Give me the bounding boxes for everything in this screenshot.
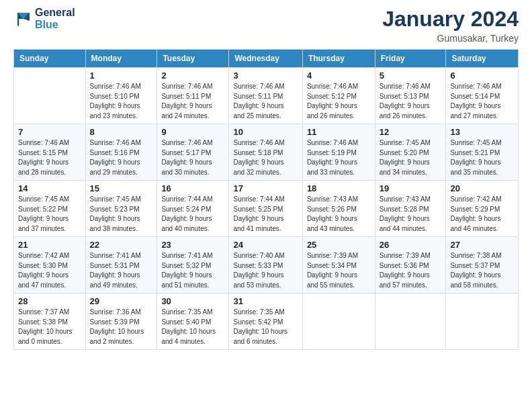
day-number: 19 <box>380 183 442 193</box>
calendar-cell: 19Sunrise: 7:43 AMSunset: 5:28 PMDayligh… <box>375 181 446 237</box>
day-info-line: Daylight: 9 hours <box>161 102 212 109</box>
day-info-line: and 23 minutes. <box>90 112 138 120</box>
svg-rect-3 <box>17 13 19 26</box>
calendar-cell: 17Sunrise: 7:44 AMSunset: 5:25 PMDayligh… <box>229 181 302 237</box>
day-info-line: Sunset: 5:37 PM <box>450 262 500 269</box>
day-info: Sunrise: 7:39 AMSunset: 5:36 PMDaylight:… <box>380 251 442 290</box>
location-subtitle: Gumusakar, Turkey <box>382 33 519 44</box>
day-info-line: Sunset: 5:29 PM <box>450 205 500 213</box>
day-info: Sunrise: 7:46 AMSunset: 5:17 PMDaylight:… <box>161 138 224 177</box>
day-info-line: Sunset: 5:22 PM <box>18 205 68 213</box>
calendar-cell: 7Sunrise: 7:46 AMSunset: 5:15 PMDaylight… <box>14 124 86 181</box>
calendar-cell: 13Sunrise: 7:45 AMSunset: 5:21 PMDayligh… <box>446 124 519 181</box>
day-info-line: Daylight: 9 hours <box>307 215 357 222</box>
day-info-line: and 25 minutes. <box>233 112 281 120</box>
day-info-line: Sunset: 5:32 PM <box>161 262 211 269</box>
day-info-line: Sunrise: 7:46 AM <box>90 83 141 90</box>
calendar-cell: 26Sunrise: 7:39 AMSunset: 5:36 PMDayligh… <box>375 237 446 293</box>
calendar-cell: 6Sunrise: 7:46 AMSunset: 5:14 PMDaylight… <box>446 68 519 124</box>
logo-text: General Blue <box>35 7 75 30</box>
day-info-line: and 26 minutes. <box>307 112 355 120</box>
day-info-line: and 6 minutes. <box>233 338 277 345</box>
day-number: 12 <box>380 127 442 137</box>
day-number: 6 <box>450 71 514 81</box>
day-info-line: and 55 minutes. <box>307 281 355 289</box>
calendar-cell: 10Sunrise: 7:46 AMSunset: 5:18 PMDayligh… <box>229 124 302 181</box>
day-info: Sunrise: 7:45 AMSunset: 5:23 PMDaylight:… <box>90 195 153 234</box>
day-number: 3 <box>233 71 298 81</box>
day-number: 4 <box>307 71 371 81</box>
day-info-line: Sunrise: 7:39 AM <box>380 252 431 259</box>
day-info-line: Daylight: 10 hours <box>161 328 216 335</box>
day-info-line: Sunset: 5:40 PM <box>161 318 211 326</box>
day-info-line: Sunset: 5:31 PM <box>90 262 140 269</box>
day-info-line: Sunset: 5:11 PM <box>161 93 211 100</box>
col-header-friday: Friday <box>375 50 446 68</box>
calendar-cell: 30Sunrise: 7:35 AMSunset: 5:40 PMDayligh… <box>157 293 229 350</box>
calendar-cell: 15Sunrise: 7:45 AMSunset: 5:23 PMDayligh… <box>85 181 157 237</box>
day-info: Sunrise: 7:43 AMSunset: 5:26 PMDaylight:… <box>307 195 371 234</box>
week-row-1: 1Sunrise: 7:46 AMSunset: 5:10 PMDaylight… <box>14 68 519 124</box>
month-title: January 2024 <box>382 7 519 32</box>
day-info-line: Sunrise: 7:46 AM <box>380 83 431 90</box>
day-info-line: Daylight: 9 hours <box>18 215 69 222</box>
day-number: 16 <box>161 183 224 193</box>
day-info-line: Sunset: 5:20 PM <box>380 149 429 156</box>
day-info: Sunrise: 7:45 AMSunset: 5:20 PMDaylight:… <box>380 138 442 177</box>
calendar-cell: 27Sunrise: 7:38 AMSunset: 5:37 PMDayligh… <box>446 237 519 293</box>
day-info-line: Sunset: 5:12 PM <box>307 93 357 100</box>
calendar-cell: 16Sunrise: 7:44 AMSunset: 5:24 PMDayligh… <box>157 181 229 237</box>
day-info-line: Sunset: 5:11 PM <box>233 93 283 100</box>
calendar-cell: 29Sunrise: 7:36 AMSunset: 5:39 PMDayligh… <box>85 293 157 350</box>
day-number: 27 <box>450 240 514 250</box>
col-header-monday: Monday <box>85 50 157 68</box>
day-info-line: and 53 minutes. <box>233 281 281 289</box>
day-info-line: Sunrise: 7:46 AM <box>233 139 284 146</box>
day-number: 14 <box>18 183 81 193</box>
day-info-line: and 35 minutes. <box>450 169 498 176</box>
day-info-line: and 58 minutes. <box>450 281 498 289</box>
day-info: Sunrise: 7:45 AMSunset: 5:22 PMDaylight:… <box>18 195 81 234</box>
day-info-line: Daylight: 9 hours <box>233 215 283 222</box>
day-info-line: Sunset: 5:13 PM <box>380 93 429 100</box>
day-info-line: Sunrise: 7:38 AM <box>450 252 501 259</box>
day-info: Sunrise: 7:46 AMSunset: 5:11 PMDaylight:… <box>161 82 224 121</box>
week-row-3: 14Sunrise: 7:45 AMSunset: 5:22 PMDayligh… <box>14 181 519 237</box>
day-info: Sunrise: 7:35 AMSunset: 5:40 PMDaylight:… <box>161 308 224 347</box>
day-info-line: and 28 minutes. <box>18 169 66 176</box>
day-info-line: Sunset: 5:21 PM <box>450 149 500 156</box>
day-info-line: Daylight: 10 hours <box>233 328 287 335</box>
day-info-line: Sunrise: 7:46 AM <box>450 83 501 90</box>
day-info-line: Sunrise: 7:46 AM <box>161 83 212 90</box>
calendar-cell <box>14 68 86 124</box>
calendar-cell: 8Sunrise: 7:46 AMSunset: 5:16 PMDaylight… <box>85 124 157 181</box>
day-info-line: Sunrise: 7:44 AM <box>161 195 212 203</box>
day-info-line: Daylight: 9 hours <box>161 158 212 166</box>
day-info-line: Daylight: 9 hours <box>90 102 140 109</box>
day-info: Sunrise: 7:46 AMSunset: 5:13 PMDaylight:… <box>380 82 442 121</box>
calendar-cell <box>302 293 375 350</box>
day-info-line: Sunset: 5:23 PM <box>90 205 140 213</box>
calendar-cell: 5Sunrise: 7:46 AMSunset: 5:13 PMDaylight… <box>375 68 446 124</box>
calendar-header-row: SundayMondayTuesdayWednesdayThursdayFrid… <box>14 50 519 68</box>
day-info-line: Sunrise: 7:35 AM <box>233 308 284 316</box>
day-info-line: Daylight: 9 hours <box>233 102 283 109</box>
day-info-line: Sunset: 5:16 PM <box>90 149 140 156</box>
calendar-cell: 11Sunrise: 7:46 AMSunset: 5:19 PMDayligh… <box>302 124 375 181</box>
day-number: 22 <box>90 240 153 250</box>
day-info-line: and 51 minutes. <box>161 281 209 289</box>
day-number: 2 <box>161 71 224 81</box>
day-number: 7 <box>18 127 81 137</box>
day-info-line: Daylight: 9 hours <box>307 271 357 279</box>
day-info: Sunrise: 7:41 AMSunset: 5:32 PMDaylight:… <box>161 251 224 290</box>
day-info: Sunrise: 7:36 AMSunset: 5:39 PMDaylight:… <box>90 308 153 347</box>
day-info-line: Daylight: 9 hours <box>161 215 212 222</box>
day-info: Sunrise: 7:44 AMSunset: 5:24 PMDaylight:… <box>161 195 224 234</box>
day-info-line: Sunrise: 7:35 AM <box>161 308 212 316</box>
page: General Blue January 2024 Gumusakar, Tur… <box>0 0 532 411</box>
day-info-line: and 29 minutes. <box>90 169 138 176</box>
day-info-line: and 2 minutes. <box>90 338 134 345</box>
week-row-4: 21Sunrise: 7:42 AMSunset: 5:30 PMDayligh… <box>14 237 519 293</box>
logo: General Blue <box>13 7 75 30</box>
day-info-line: and 4 minutes. <box>161 338 206 345</box>
